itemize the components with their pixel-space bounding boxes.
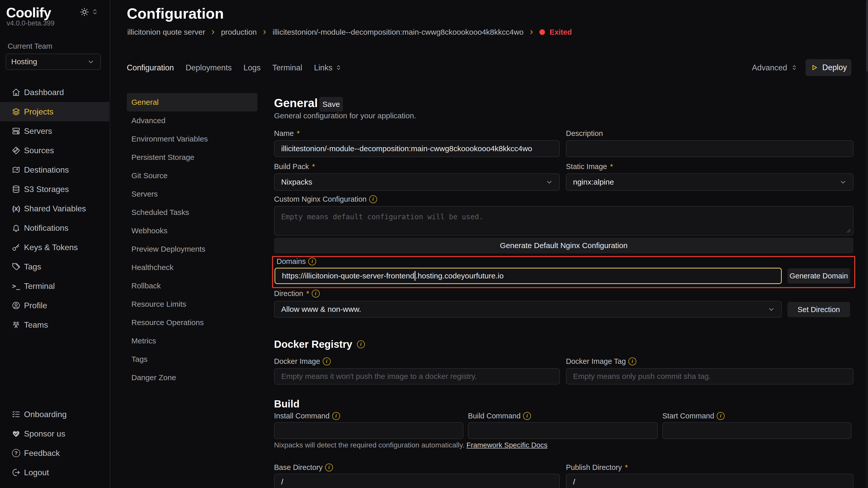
chevron-down-icon [767, 305, 776, 314]
subnav-rollback[interactable]: Rollback [127, 276, 257, 295]
subnav-healthcheck[interactable]: Healthcheck [127, 258, 257, 276]
sidebar-item-teams[interactable]: Teams [0, 315, 109, 334]
chevron-right-icon [261, 29, 268, 35]
resize-handle-icon[interactable] [846, 228, 851, 233]
sidebar-item-sponsor-us[interactable]: Sponsor us [0, 424, 109, 444]
current-team-label: Current Team [8, 42, 52, 51]
docker-image-input[interactable]: Empty means it won't push the image to a… [274, 368, 560, 385]
page-title: Configuration [127, 5, 224, 22]
subnav-scheduled-tasks[interactable]: Scheduled Tasks [127, 203, 257, 222]
breadcrumb-environment[interactable]: production [221, 28, 257, 37]
breadcrumb-application[interactable]: illicitestonion/-module--decomposition:m… [273, 28, 524, 37]
sidebar-item-sources[interactable]: Sources [0, 141, 109, 160]
layers-icon [12, 107, 21, 116]
subnav-tags[interactable]: Tags [127, 350, 257, 368]
nginx-config-label: Custom Nginx Configuration i [274, 195, 377, 203]
domains-input[interactable]: https://illicitonion-quote-server-fronte… [275, 268, 782, 284]
publish-directory-input[interactable]: / [566, 474, 854, 488]
framework-docs-link[interactable]: Framework Specific Docs [466, 441, 547, 449]
subnav-danger-zone[interactable]: Danger Zone [127, 368, 257, 387]
sidebar-item-notifications[interactable]: Notifications [0, 218, 109, 238]
sidebar-item-s3-storages[interactable]: S3 Storages [0, 180, 109, 199]
breadcrumb-project[interactable]: illicitonion quote server [127, 28, 205, 37]
textarea-placeholder: Empty means default configuration will b… [281, 213, 483, 221]
subnav-servers[interactable]: Servers [127, 185, 257, 203]
logout-icon [12, 468, 21, 477]
docker-image-tag-input[interactable]: Empty means only push commit sha tag. [566, 368, 854, 385]
terminal-icon: >_ [12, 282, 21, 290]
info-icon[interactable]: i [308, 258, 316, 265]
sidebar-item-shared-variables[interactable]: (x) Shared Variables [0, 199, 109, 218]
sidebar-item-projects[interactable]: Projects [0, 102, 109, 121]
map-icon [12, 165, 21, 174]
base-directory-label: Base Directory i [274, 463, 333, 472]
tab-terminal[interactable]: Terminal [273, 63, 302, 72]
sidebar-item-label: Projects [24, 107, 54, 117]
base-directory-input[interactable]: / [274, 474, 560, 488]
tab-deployments[interactable]: Deployments [185, 63, 232, 72]
general-section-heading: General [274, 96, 318, 110]
subnav-metrics[interactable]: Metrics [127, 332, 257, 350]
info-icon[interactable]: i [325, 463, 333, 471]
sidebar-item-label: Keys & Tokens [24, 243, 78, 252]
info-icon[interactable]: i [323, 357, 331, 365]
build-pack-select[interactable]: Nixpacks [274, 173, 560, 191]
tab-links[interactable]: Links [314, 63, 342, 72]
info-icon[interactable]: i [369, 195, 377, 203]
scrollbar-thumb[interactable] [866, 0, 868, 71]
info-icon[interactable]: i [717, 412, 724, 420]
sidebar-item-onboarding[interactable]: Onboarding [0, 404, 109, 424]
install-command-label: Install Command i [274, 412, 340, 420]
sidebar-item-label: Profile [24, 301, 47, 310]
sidebar-item-profile[interactable]: Profile [0, 296, 109, 315]
tab-configuration[interactable]: Configuration [127, 63, 174, 72]
save-button[interactable]: Save [319, 97, 343, 112]
subnav-preview-deployments[interactable]: Preview Deployments [127, 240, 257, 258]
subnav-resource-limits[interactable]: Resource Limits [127, 295, 257, 313]
direction-select[interactable]: Allow www & non-www. [274, 301, 782, 318]
advanced-dropdown[interactable]: Advanced [752, 60, 798, 75]
static-image-select[interactable]: nginx:alpine [566, 173, 854, 191]
play-icon [810, 64, 818, 72]
build-command-input[interactable] [468, 422, 658, 439]
info-icon[interactable]: i [357, 340, 365, 348]
sidebar-item-label: Sponsor us [24, 429, 65, 438]
subnav-resource-operations[interactable]: Resource Operations [127, 313, 257, 332]
deploy-button[interactable]: Deploy [805, 59, 851, 76]
generate-domain-button[interactable]: Generate Domain [787, 268, 850, 284]
sidebar-item-servers[interactable]: Servers [0, 121, 109, 141]
sidebar-item-destinations[interactable]: Destinations [0, 160, 109, 180]
heart-icon [12, 429, 21, 438]
generate-nginx-config-button[interactable]: Generate Default Nginx Configuration [274, 238, 854, 254]
set-direction-button[interactable]: Set Direction [787, 302, 850, 317]
app-logo[interactable]: Coolify [6, 5, 51, 21]
subnav-persistent-storage[interactable]: Persistent Storage [127, 148, 257, 166]
chevrons-up-down-icon [335, 64, 342, 72]
subnav-git-source[interactable]: Git Source [127, 166, 257, 185]
sidebar-item-logout[interactable]: Logout [0, 463, 109, 482]
subnav-webhooks[interactable]: Webhooks [127, 222, 257, 240]
sidebar-item-keys-tokens[interactable]: Keys & Tokens [0, 238, 109, 257]
info-icon[interactable]: i [628, 357, 636, 365]
info-icon[interactable]: i [523, 412, 531, 420]
subnav-advanced[interactable]: Advanced [127, 111, 257, 130]
theme-toggle-sun-icon[interactable] [80, 7, 89, 17]
subnav-environment-variables[interactable]: Environment Variables [127, 130, 257, 148]
page-scrollbar[interactable] [866, 0, 868, 488]
start-command-input[interactable] [662, 422, 851, 439]
install-command-input[interactable] [274, 422, 463, 439]
subnav-general[interactable]: General [127, 93, 257, 111]
nginx-config-textarea[interactable]: Empty means default configuration will b… [274, 206, 854, 236]
team-select[interactable]: Hosting [6, 54, 101, 70]
sidebar-item-terminal[interactable]: >_ Terminal [0, 276, 109, 296]
tab-logs[interactable]: Logs [243, 63, 260, 72]
info-icon[interactable]: i [332, 412, 340, 420]
sidebar-item-tags[interactable]: Tags [0, 257, 109, 276]
description-input[interactable] [566, 140, 854, 157]
theme-select-chevrons-icon[interactable] [91, 8, 99, 16]
sidebar-item-feedback[interactable]: ? Feedback [0, 444, 109, 463]
info-icon[interactable]: i [312, 290, 320, 297]
name-input[interactable]: illicitestonion/-module--decomposition:m… [274, 140, 560, 157]
status-dot [539, 29, 545, 35]
sidebar-item-dashboard[interactable]: Dashboard [0, 83, 109, 102]
